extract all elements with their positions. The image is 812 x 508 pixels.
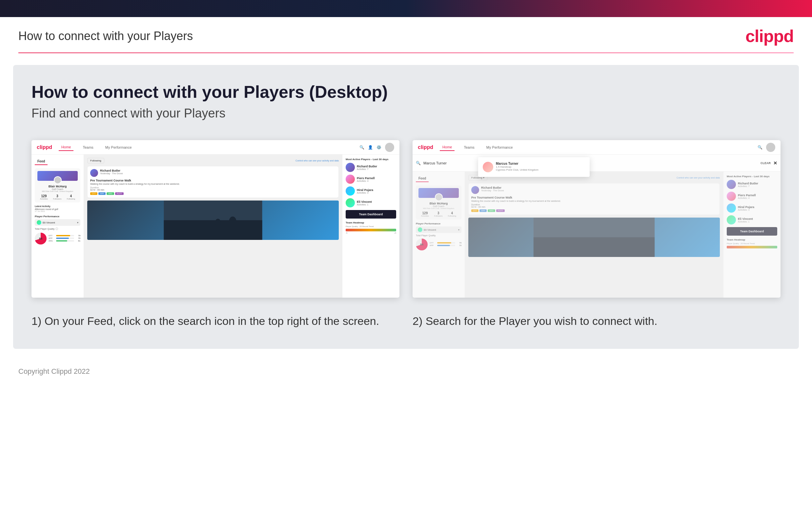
profile-location-1: Mill Ride Golf Club, United Kingdom (37, 190, 78, 192)
search-icon-2[interactable]: 🔍 (758, 145, 763, 150)
nav-item-home-2[interactable]: Home (440, 144, 455, 151)
header: How to connect with your Players clippd (0, 17, 812, 52)
captions-grid: 1) On your Feed, click on the search ico… (32, 313, 780, 329)
clear-button-2[interactable]: CLEAR (761, 162, 771, 165)
nav-item-teams-1[interactable]: Teams (80, 144, 96, 151)
activity-avatar-1 (90, 169, 98, 177)
info-icon-1: ⓘ (55, 227, 58, 231)
nav-icons-2: 🔍 (758, 143, 775, 152)
app-logo-1: clippd (37, 144, 52, 150)
settings-icon-1[interactable]: ⚙️ (377, 145, 382, 150)
player-avatar-richard-1 (346, 163, 355, 172)
svg-rect-5 (216, 227, 220, 240)
caption-1: 1) On your Feed, click on the search ico… (32, 313, 399, 329)
list-item: Eli Vincent Activities: 1 (346, 198, 396, 207)
profile-stats-1: 129 Activities 3 Followers 4 (37, 194, 78, 200)
svg-point-4 (215, 219, 221, 227)
player-avatar-hiral-2 (727, 204, 736, 213)
player-avatar-richard-2 (727, 180, 736, 189)
following-button-1[interactable]: Following (87, 158, 104, 163)
search-icon-1[interactable]: 🔍 (360, 145, 365, 150)
profile-stats-2: 129 Activities 3 Followers 4 (419, 211, 459, 217)
search-dropdown-2: Marcus Turner 1.5 Handicap Cypress Point… (478, 157, 590, 177)
app-body-2: Feed Blair McHarg Golf Coach Mill Ride G… (413, 172, 780, 298)
main-subheading: Find and connect with your Players (32, 106, 780, 120)
team-heatmap-2: Team Heatmap Player Quality · 20 Round T… (727, 238, 777, 248)
heatmap-bar-2 (727, 246, 777, 248)
nav-item-teams-2[interactable]: Teams (461, 144, 477, 151)
profile-card-1: Blair McHarg Golf Coach Mill Ride Golf C… (35, 168, 80, 203)
latest-activity-1: Latest Activity Afternoon round of golf … (35, 205, 80, 212)
app-logo-2: clippd (418, 144, 433, 150)
screenshot-2: clippd Home Teams My Performance 🔍 🔍 Mar… (413, 140, 780, 298)
profile-title-2: Golf Coach (419, 205, 459, 207)
app-right-panel-2: Most Active Players - Last 30 days Richa… (723, 172, 780, 298)
screenshots-grid: clippd Home Teams My Performance 🔍 👤 ⚙️ (32, 140, 780, 298)
nav-icons-1: 🔍 👤 ⚙️ (360, 143, 394, 152)
control-link-1[interactable]: Control who can see your activity and da… (295, 160, 339, 162)
app-left-panel-1: Feed Blair McHarg Golf Coach Mill Ride G… (32, 155, 84, 298)
chevron-down-icon-2: ▾ (458, 228, 460, 231)
nav-item-myperformance-2[interactable]: My Performance (484, 144, 516, 151)
heatmap-scale-1: -5 +5 (346, 232, 396, 234)
quality-score-2: 84 OTT 79 APP (416, 239, 462, 250)
list-item: Piers Parnell Activities: 4 (346, 175, 396, 184)
activity-avatar-2 (471, 186, 479, 194)
list-item: Eli Vincent Activities: 1 (727, 215, 777, 224)
team-dashboard-btn-1[interactable]: Team Dashboard (346, 210, 396, 219)
feed-tab-2: Feed (416, 175, 429, 182)
list-item: Hiral Pujara Activities: 3 (727, 204, 777, 213)
heatmap-bar-1 (346, 229, 396, 231)
header-divider (18, 52, 794, 53)
activity-image-1 (87, 201, 339, 240)
svg-rect-1 (164, 220, 262, 240)
activity-card-2: Richard Butler Yesterday · The Grove Pre… (468, 183, 720, 215)
player-avatar-eli-1 (346, 198, 355, 207)
profile-avatar-1 (54, 176, 62, 184)
avatar-1[interactable] (385, 143, 394, 152)
profile-name-1: Blair McHarg (37, 185, 78, 188)
stat-following-1: 4 Following (67, 194, 75, 200)
score-bars-1: OTT 79 APP 70 (49, 235, 80, 243)
team-heatmap-1: Team Heatmap Player Quality · 20 Round T… (346, 221, 396, 234)
app-nav-1: clippd Home Teams My Performance 🔍 👤 ⚙️ (32, 140, 399, 155)
app-nav-2: clippd Home Teams My Performance 🔍 (413, 140, 780, 155)
svg-rect-7 (534, 237, 655, 257)
app-middle-panel-2: Following ▾ Control who can see your act… (465, 172, 723, 298)
score-circle-2: 84 (416, 239, 428, 250)
screenshot-1: clippd Home Teams My Performance 🔍 👤 ⚙️ (32, 140, 399, 298)
nav-item-myperformance-1[interactable]: My Performance (103, 144, 135, 151)
search-result-item-2[interactable]: Marcus Turner 1.5 Handicap Cypress Point… (481, 160, 587, 174)
profile-location-2: Mill Ride Golf Club, United Kingdom (419, 207, 459, 209)
activity-card-1: Richard Butler Yesterday · The Grove Pre… (87, 166, 339, 198)
quality-score-1: 84 OTT 79 APP (35, 233, 80, 245)
stat-followers-1: 3 Followers (53, 194, 62, 200)
search-input-text-2[interactable]: Marcus Turner (423, 161, 758, 165)
chevron-down-icon-1: ▾ (77, 221, 78, 224)
svg-point-2 (229, 217, 236, 226)
nav-item-home-1[interactable]: Home (59, 144, 74, 151)
stat-activities-1: 129 Activities (40, 194, 48, 200)
list-item: Richard Butler Activities: 7 (346, 163, 396, 172)
close-button-2[interactable]: ✕ (773, 161, 777, 166)
profile-name-2: Blair McHarg (419, 202, 459, 205)
main-content: How to connect with your Players (Deskto… (13, 65, 799, 349)
team-dashboard-btn-2: Team Dashboard (727, 227, 777, 236)
profile-banner-2 (419, 188, 459, 198)
avatar-2[interactable] (766, 143, 775, 152)
player-select-1[interactable]: Eli Vincent ▾ (35, 219, 80, 226)
player-avatar-eli-2 (727, 215, 736, 224)
app-screenshot-2: clippd Home Teams My Performance 🔍 🔍 Mar… (413, 140, 780, 298)
player-avatar-piers-2 (727, 192, 736, 201)
activity-image-2 (468, 218, 720, 257)
search-result-avatar-2 (483, 162, 493, 172)
player-avatar-piers-1 (346, 175, 355, 184)
following-row-1: Following Control who can see your activ… (87, 158, 339, 163)
player-select-avatar-2 (418, 227, 422, 232)
copyright-text: Copyright Clippd 2022 (18, 367, 90, 375)
user-icon-1[interactable]: 👤 (368, 145, 373, 150)
profile-banner-1 (37, 171, 78, 181)
app-left-panel-2: Feed Blair McHarg Golf Coach Mill Ride G… (413, 172, 465, 298)
top-bar (0, 0, 812, 17)
feed-tab-1[interactable]: Feed (35, 158, 48, 165)
